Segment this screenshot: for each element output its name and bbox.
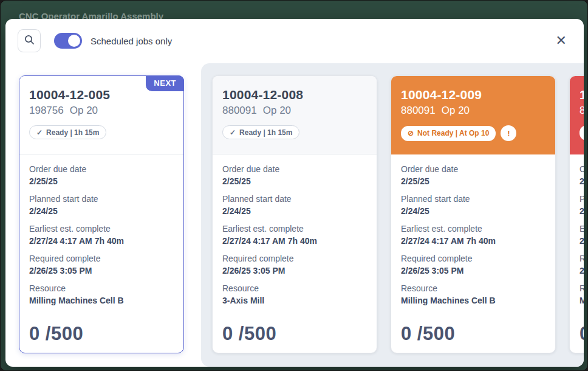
field-row: Order due date 2/25/25: [579, 164, 584, 187]
status-chip-row: ✓ Ready | 1h 15m: [29, 125, 174, 139]
check-icon: ✓: [230, 129, 236, 136]
job-card-body: Order due date 2/25/25 Planned start dat…: [570, 154, 584, 353]
op-number: Op 20: [442, 105, 470, 116]
field-label: Earliest est. complete: [579, 223, 584, 235]
status-chip[interactable]: ✓ Ready | 1h 15m: [29, 125, 106, 139]
status-chip-row: ⊘ Not Ready | At Op 10 !: [401, 125, 545, 141]
field-row: Order due date 2/25/25: [401, 164, 545, 187]
field-row: Resource Milling Machines Cell B: [29, 283, 174, 307]
field-label: Required complete: [579, 253, 584, 265]
field-label: Resource: [579, 283, 584, 294]
field-value: 2/26/25 3:05 PM: [222, 265, 367, 277]
field-label: Planned start date: [222, 193, 367, 205]
job-card-header: 10004-12-008 880091Op 20 ✓ Ready | 1h 15…: [213, 76, 377, 154]
field-value: 2/24/25: [579, 205, 584, 217]
completed-count: 0 /500: [401, 323, 455, 345]
field-value: Milling Machines Cell B: [579, 294, 584, 307]
field-row: Order due date 2/25/25: [29, 164, 174, 187]
status-text: Ready | 1h 15m: [46, 128, 99, 137]
job-card-header: NEXT 10004-12-005 198756Op 20 ✓ Ready | …: [19, 76, 183, 154]
job-number: 880091: [222, 105, 257, 116]
status-chip-row: ✓ Ready | 1h 15m: [222, 125, 367, 139]
field-label: Order due date: [29, 164, 174, 175]
job-card[interactable]: 10004-12-009 880091Op 20 ⊘ Not Ready | A…: [391, 75, 556, 353]
field-value: 2/25/25: [579, 175, 584, 187]
job-card-body: Order due date 2/25/25 Planned start dat…: [391, 154, 555, 353]
job-number: 880091: [579, 105, 584, 116]
job-card-subtitle: 198756Op 20: [29, 105, 174, 117]
scheduled-jobs-toggle[interactable]: [54, 33, 82, 49]
job-card-body: Order due date 2/25/25 Planned start dat…: [19, 154, 183, 353]
field-value: 2/26/25 3:05 PM: [401, 265, 545, 277]
no-entry-icon: ⊘: [408, 130, 414, 137]
completed-count: 0 /500: [222, 323, 276, 345]
field-row: Required complete 2/26/25 3:05 PM: [401, 253, 545, 277]
field-label: Resource: [29, 283, 174, 294]
status-chip[interactable]: ◷ Not Ready: [579, 125, 584, 140]
search-icon: [24, 35, 35, 47]
status-chip[interactable]: ✓ Ready | 1h 15m: [222, 125, 299, 139]
job-card[interactable]: 10004-12-008 880091Op 20 ✓ Ready | 1h 15…: [212, 75, 377, 353]
field-row: Required complete 2/26/25 3:05 PM: [222, 253, 367, 277]
next-badge: NEXT: [146, 75, 184, 91]
field-value: 2/26/25 3:05 PM: [579, 265, 584, 277]
field-value: 2/27/24 4:17 AM 7h 40m: [579, 235, 584, 247]
job-card-title: 10004-12-009: [401, 88, 545, 102]
field-label: Planned start date: [579, 193, 584, 205]
field-value: 2/24/25: [401, 205, 545, 217]
field-label: Planned start date: [401, 193, 545, 205]
field-value: 2/27/24 4:17 AM 7h 40m: [401, 235, 545, 247]
job-card[interactable]: NEXT 10004-12-005 198756Op 20 ✓ Ready | …: [19, 75, 184, 353]
field-value: 2/27/24 4:17 AM 7h 40m: [222, 235, 367, 247]
field-label: Required complete: [29, 253, 174, 265]
field-label: Order due date: [401, 164, 545, 175]
field-label: Resource: [222, 283, 367, 294]
toggle-label: Scheduled jobs only: [91, 36, 172, 46]
field-row: Resource 3-Axis Mill: [222, 283, 367, 307]
field-row: Earliest est. complete 2/27/24 4:17 AM 7…: [401, 223, 545, 247]
job-card-subtitle: 880091Op 20: [401, 105, 545, 117]
field-value: 2/25/25: [222, 175, 367, 187]
field-label: Earliest est. complete: [401, 223, 545, 235]
field-value: 2/24/25: [29, 205, 174, 217]
field-value: 2/27/24 4:17 AM 7h 40m: [29, 235, 174, 247]
job-card-body: Order due date 2/25/25 Planned start dat…: [213, 154, 377, 353]
completed-count: 0 /500: [579, 323, 584, 345]
alert-chip[interactable]: !: [501, 125, 516, 141]
field-value: Milling Machines Cell B: [29, 294, 174, 307]
field-label: Planned start date: [29, 193, 174, 205]
status-text: Ready | 1h 15m: [239, 128, 292, 137]
toggle-knob: [68, 35, 80, 47]
field-label: Order due date: [579, 164, 584, 175]
field-value: Milling Machines Cell B: [401, 294, 545, 307]
field-row: Earliest est. complete 2/27/24 4:17 AM 7…: [29, 223, 174, 247]
op-number: Op 20: [70, 105, 98, 116]
modal-toolbar: Scheduled jobs only ✕: [5, 19, 584, 63]
field-row: Planned start date 2/24/25: [579, 193, 584, 217]
field-value: 3-Axis Mill: [222, 294, 367, 307]
job-card-header: 10004-12-009 880091Op 20 ⊘ Not Ready | A…: [391, 76, 555, 154]
field-row: Planned start date 2/24/25: [401, 193, 545, 217]
field-row: Planned start date 2/24/25: [29, 193, 174, 217]
field-row: Planned start date 2/24/25: [222, 193, 367, 217]
field-value: 2/25/25: [29, 175, 174, 187]
field-label: Resource: [401, 283, 545, 294]
op-number: Op 20: [263, 105, 291, 116]
field-row: Required complete 2/26/25 3:05 PM: [29, 253, 174, 277]
field-row: Earliest est. complete 2/27/24 4:17 AM 7…: [579, 223, 584, 247]
job-number: 880091: [401, 105, 436, 116]
job-card-title: 10004-12-008: [222, 88, 367, 102]
search-button[interactable]: [18, 29, 41, 52]
status-text: Not Ready | At Op 10: [417, 129, 489, 137]
field-row: Earliest est. complete 2/27/24 4:17 AM 7…: [222, 223, 367, 247]
field-row: Order due date 2/25/25: [222, 164, 367, 187]
completed-count: 0 /500: [29, 323, 83, 345]
close-icon[interactable]: ✕: [553, 32, 569, 50]
job-card-title: 10004-12-0: [579, 88, 584, 102]
field-row: Resource Milling Machines Cell B: [579, 283, 584, 307]
field-value: 2/25/25: [401, 175, 545, 187]
status-chip[interactable]: ⊘ Not Ready | At Op 10: [401, 126, 496, 141]
job-card[interactable]: 10004-12-0 880091Op 20 ◷ Not Ready Order…: [569, 75, 584, 353]
screen: CNC Operator Amarillo Assembly Scheduled…: [0, 0, 588, 371]
job-card-subtitle: 880091Op 20: [579, 105, 584, 117]
